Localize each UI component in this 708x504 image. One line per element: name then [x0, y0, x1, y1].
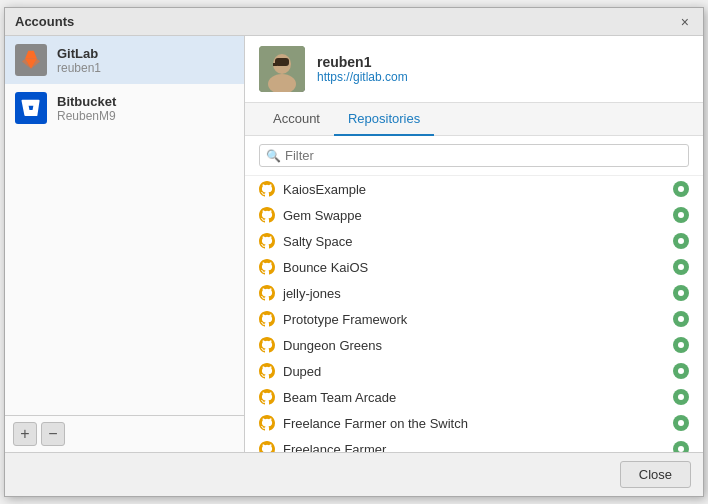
bitbucket-icon — [15, 92, 47, 124]
gitlab-icon — [15, 44, 47, 76]
list-item[interactable]: Duped — [245, 358, 703, 384]
repo-clone-button[interactable] — [673, 311, 689, 327]
list-item[interactable]: Salty Space — [245, 228, 703, 254]
repo-name: Dungeon Greens — [283, 338, 665, 353]
bitbucket-account-info: Bitbucket ReubenM9 — [57, 94, 116, 123]
repo-clone-button[interactable] — [673, 441, 689, 452]
filter-input-wrap: 🔍 — [259, 144, 689, 167]
repo-icon — [259, 285, 275, 301]
tab-account[interactable]: Account — [259, 103, 334, 136]
bitbucket-user: ReubenM9 — [57, 109, 116, 123]
tab-bar: Account Repositories — [245, 103, 703, 136]
repo-clone-button[interactable] — [673, 285, 689, 301]
sidebar-actions: + − — [5, 415, 244, 452]
repo-icon — [259, 363, 275, 379]
dialog-body: GitLab reuben1 Bitbucket ReubenM9 + — [5, 36, 703, 452]
list-item[interactable]: KaiosExample — [245, 176, 703, 202]
repo-name: Duped — [283, 364, 665, 379]
title-bar: Accounts × — [5, 8, 703, 36]
repo-clone-button[interactable] — [673, 415, 689, 431]
avatar — [259, 46, 305, 92]
gitlab-name: GitLab — [57, 46, 101, 61]
dialog-title: Accounts — [15, 14, 74, 29]
repo-icon — [259, 311, 275, 327]
list-item[interactable]: Freelance Farmer on the Switch — [245, 410, 703, 436]
repo-clone-button[interactable] — [673, 363, 689, 379]
repo-clone-button[interactable] — [673, 259, 689, 275]
gitlab-user: reuben1 — [57, 61, 101, 75]
repo-icon — [259, 389, 275, 405]
repo-name: Freelance Farmer on the Switch — [283, 416, 665, 431]
repo-name: Prototype Framework — [283, 312, 665, 327]
accounts-dialog: Accounts × GitLab — [4, 7, 704, 497]
sidebar: GitLab reuben1 Bitbucket ReubenM9 + — [5, 36, 245, 452]
list-item[interactable]: Beam Team Arcade — [245, 384, 703, 410]
avatar-image — [259, 46, 305, 92]
repo-icon — [259, 259, 275, 275]
add-account-button[interactable]: + — [13, 422, 37, 446]
repository-list: KaiosExampleGem SwappeSalty SpaceBounce … — [245, 176, 703, 452]
repo-icon — [259, 181, 275, 197]
list-item[interactable]: Bounce KaiOS — [245, 254, 703, 280]
repo-clone-button[interactable] — [673, 181, 689, 197]
repo-clone-button[interactable] — [673, 389, 689, 405]
search-icon: 🔍 — [266, 149, 281, 163]
repo-icon — [259, 441, 275, 452]
repo-name: jelly-jones — [283, 286, 665, 301]
repo-name: KaiosExample — [283, 182, 665, 197]
filter-bar: 🔍 — [245, 136, 703, 176]
main-panel: reuben1 https://gitlab.com Account Repos… — [245, 36, 703, 452]
repo-clone-button[interactable] — [673, 207, 689, 223]
list-item[interactable]: jelly-jones — [245, 280, 703, 306]
svg-rect-3 — [275, 58, 289, 66]
sidebar-item-gitlab[interactable]: GitLab reuben1 — [5, 36, 244, 84]
repo-name: Gem Swappe — [283, 208, 665, 223]
close-button[interactable]: Close — [620, 461, 691, 488]
list-item[interactable]: Freelance Farmer — [245, 436, 703, 452]
list-item[interactable]: Dungeon Greens — [245, 332, 703, 358]
repo-icon — [259, 415, 275, 431]
list-item[interactable]: Prototype Framework — [245, 306, 703, 332]
user-info: reuben1 https://gitlab.com — [317, 54, 408, 84]
repo-name: Beam Team Arcade — [283, 390, 665, 405]
repo-clone-button[interactable] — [673, 337, 689, 353]
gitlab-account-info: GitLab reuben1 — [57, 46, 101, 75]
user-url[interactable]: https://gitlab.com — [317, 70, 408, 84]
list-item[interactable]: Gem Swappe — [245, 202, 703, 228]
remove-account-button[interactable]: − — [41, 422, 65, 446]
svg-rect-4 — [273, 63, 277, 66]
username: reuben1 — [317, 54, 408, 70]
repo-name: Bounce KaiOS — [283, 260, 665, 275]
repo-icon — [259, 207, 275, 223]
repo-name: Freelance Farmer — [283, 442, 665, 453]
tab-repositories[interactable]: Repositories — [334, 103, 434, 136]
repo-clone-button[interactable] — [673, 233, 689, 249]
repo-icon — [259, 233, 275, 249]
repo-icon — [259, 337, 275, 353]
repo-name: Salty Space — [283, 234, 665, 249]
user-header: reuben1 https://gitlab.com — [245, 36, 703, 103]
window-close-button[interactable]: × — [677, 15, 693, 29]
bitbucket-name: Bitbucket — [57, 94, 116, 109]
dialog-footer: Close — [5, 452, 703, 496]
filter-input[interactable] — [285, 148, 682, 163]
sidebar-item-bitbucket[interactable]: Bitbucket ReubenM9 — [5, 84, 244, 132]
